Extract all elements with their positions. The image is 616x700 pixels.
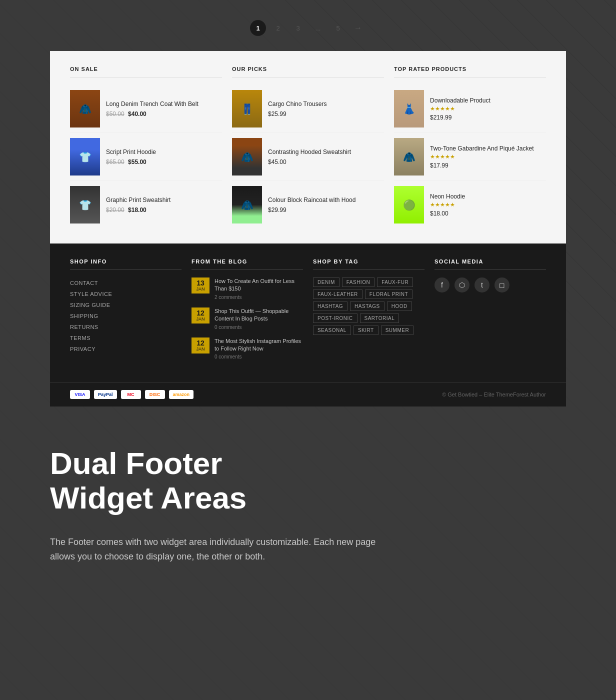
next-arrow[interactable]: → [350,20,366,36]
on-sale-product-3[interactable]: 👕 Graphic Print Sweatshirt $20.00 $18.00 [70,181,222,228]
footer-link-shipping[interactable]: SHIPPING [70,310,182,322]
blog-post-content: The Most Stylish Instagram Profiles to F… [214,338,303,360]
product-price: $45.00 [268,158,384,166]
footer-tags: SHOP BY TAG DENIM FASHION FAUX-FUR FAUX-… [313,258,424,367]
footer-grid: SHOP INFO CONTACT STYLE ADVICE SIZING GU… [70,258,546,367]
product-thumbnail: 🧥 [232,186,262,224]
product-name: Downloadable Product [430,96,546,105]
footer-link-terms[interactable]: TERMS [70,332,182,344]
top-rated-product-3[interactable]: 🟢 Neon Hoodie ★★★★★ $18.00 [394,181,546,228]
our-picks-product-1[interactable]: 👖 Cargo Chino Trousers $25.99 [232,85,384,133]
social-title: SOCIAL MEDIA [434,258,546,270]
tag-floral-print[interactable]: FLORAL PRINT [365,290,412,299]
tags-title: SHOP BY TAG [313,258,424,270]
product-thumbnail: 🟢 [394,186,424,224]
tag-skirt[interactable]: SKIRT [354,326,378,335]
footer-shop-info: SHOP INFO CONTACT STYLE ADVICE SIZING GU… [70,258,182,367]
tag-summer[interactable]: SUMMER [381,326,414,335]
product-info: Downloadable Product ★★★★★ $219.99 [430,96,546,122]
page-1[interactable]: 1 [250,20,266,36]
product-info: Colour Block Raincoat with Hood $29.99 [268,196,384,214]
page-2[interactable]: 2 [270,20,286,36]
blog-date: 12 JAN [192,338,210,354]
blog-post-content: How To Create An Outfit for Less Than $1… [214,278,303,300]
discord-icon[interactable]: ⬡ [454,278,470,292]
our-picks-product-3[interactable]: 🧥 Colour Block Raincoat with Hood $29.99 [232,181,384,228]
product-thumbnail: 🧥 [394,138,424,176]
footer-link-returns[interactable]: RETURNS [70,322,182,332]
product-info: Contrasting Hooded Sweatshirt $45.00 [268,148,384,166]
product-name: Cargo Chino Trousers [268,100,384,108]
copyright-text: © Get Bowtied – Elite ThemeForest Author [442,392,546,398]
our-picks-product-2[interactable]: 🧥 Contrasting Hooded Sweatshirt $45.00 [232,133,384,181]
top-rated-product-2[interactable]: 🧥 Two-Tone Gabardine And Piqué Jacket ★★… [394,133,546,181]
twitter-icon[interactable]: t [474,278,490,292]
footer-link-privacy[interactable]: PRIVACY [70,344,182,354]
product-info: Cargo Chino Trousers $25.99 [268,100,384,118]
product-price: $50.00 $40.00 [106,110,222,118]
blog-post-2[interactable]: 12 JAN Shop This Outfit — Shoppable Cont… [192,308,303,330]
payment-icons: VISA PayPal MC DISC amazon [70,390,194,399]
product-price: $18.00 [430,210,546,217]
amazon-icon: amazon [169,390,194,399]
product-price: $29.99 [268,206,384,214]
product-thumbnail: 👗 [394,90,424,128]
page-5[interactable]: 5 [330,20,346,36]
product-info: Script Print Hoodie $65.00 $55.00 [106,148,222,166]
main-content: ON SALE 🧥 Long Denim Trench Coat With Be… [50,51,566,244]
top-rated-section: TOP RATED PRODUCTS 👗 Downloadable Produc… [394,66,546,228]
hero-title: Dual FooterWidget Areas [50,446,566,514]
tag-fashion[interactable]: FASHION [342,278,374,287]
product-thumbnail: 👕 [70,186,100,224]
product-price: $17.99 [430,162,546,169]
tag-seasonal[interactable]: SEASONAL [313,326,351,335]
blog-date: 13 JAN [192,278,210,294]
blog-post-comments: 2 comments [214,294,303,300]
product-name: Script Print Hoodie [106,148,222,156]
tag-post-ironic[interactable]: POST-IRONIC [313,314,358,323]
facebook-icon[interactable]: f [434,278,450,292]
star-rating: ★★★★★ [430,202,546,208]
footer-bottom: VISA PayPal MC DISC amazon © Get Bowtied… [50,382,566,406]
pagination: 1 2 3 ... 5 → [0,10,616,51]
blog-post-1[interactable]: 13 JAN How To Create An Outfit for Less … [192,278,303,300]
hero-description: The Footer comes with two widget area in… [50,535,380,564]
hero-section: Dual FooterWidget Areas The Footer comes… [0,406,616,594]
tag-denim[interactable]: DENIM [313,278,340,287]
star-rating: ★★★★★ [430,154,546,160]
product-name: Long Denim Trench Coat With Belt [106,100,222,108]
tag-faux-fur[interactable]: FAUX-FUR [377,278,413,287]
product-thumbnail: 👖 [232,90,262,128]
page-3[interactable]: 3 [290,20,306,36]
tag-sartorial[interactable]: SARTORIAL [360,314,400,323]
on-sale-product-1[interactable]: 🧥 Long Denim Trench Coat With Belt $50.0… [70,85,222,133]
tag-hood[interactable]: HOOD [387,302,412,311]
blog-post-3[interactable]: 12 JAN The Most Stylish Instagram Profil… [192,338,303,360]
blog-post-comments: 0 comments [214,324,303,330]
tag-hastags[interactable]: HASTAGS [350,302,384,311]
product-name: Contrasting Hooded Sweatshirt [268,148,384,156]
discover-icon: DISC [145,390,165,399]
product-price: $20.00 $18.00 [106,206,222,214]
on-sale-section: ON SALE 🧥 Long Denim Trench Coat With Be… [70,66,222,228]
shop-info-title: SHOP INFO [70,258,182,270]
product-name: Colour Block Raincoat with Hood [268,196,384,204]
product-thumbnail: 🧥 [70,90,100,128]
blog-date: 12 JAN [192,308,210,324]
instagram-icon[interactable]: ◻ [494,278,510,292]
product-price: $25.99 [268,110,384,118]
star-rating: ★★★★★ [430,106,546,112]
tag-faux-leather[interactable]: FAUX-LEATHER [313,290,362,299]
blog-post-title: The Most Stylish Instagram Profiles to F… [214,338,303,353]
our-picks-title: OUR PICKS [232,66,384,78]
product-name: Neon Hoodie [430,192,546,201]
top-rated-product-1[interactable]: 👗 Downloadable Product ★★★★★ $219.99 [394,85,546,133]
footer-link-style-advice[interactable]: STYLE ADVICE [70,288,182,300]
tag-hashtag[interactable]: HASHTAG [313,302,348,311]
product-price: $65.00 $55.00 [106,158,222,166]
footer-link-sizing-guide[interactable]: SIZING GUIDE [70,300,182,310]
on-sale-product-2[interactable]: 👕 Script Print Hoodie $65.00 $55.00 [70,133,222,181]
footer-link-contact[interactable]: CONTACT [70,278,182,288]
product-info: Neon Hoodie ★★★★★ $18.00 [430,192,546,218]
page-ellipsis: ... [310,20,326,36]
